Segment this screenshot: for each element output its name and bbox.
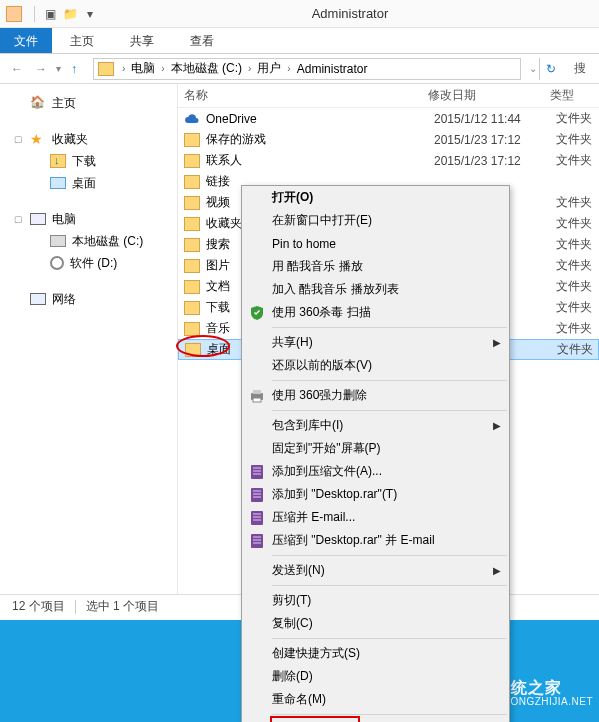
ribbon-tabs: 文件 主页 共享 查看 [0,28,599,54]
breadcrumb-seg[interactable]: 本地磁盘 (C:) [169,60,244,77]
breadcrumb[interactable]: › 电脑 › 本地磁盘 (C:) › 用户 › Administrator [93,58,521,80]
expand-icon[interactable]: ▢ [14,134,24,144]
computer-icon [30,213,46,225]
ribbon-view-tab[interactable]: 查看 [172,28,232,53]
menu-item[interactable]: Pin to home [242,232,509,255]
ribbon-share-tab[interactable]: 共享 [112,28,172,53]
search-button[interactable]: 搜 [567,58,593,80]
menu-item[interactable]: 添加到压缩文件(A)... [242,460,509,483]
file-type: 文件夹 [556,278,592,295]
nav-network[interactable]: 网络 [0,288,177,310]
breadcrumb-seg[interactable]: 电脑 [129,60,157,77]
nav-favorites[interactable]: ▢ ★ 收藏夹 [0,128,177,150]
file-type: 文件夹 [556,299,592,316]
menu-item[interactable]: 用 酷我音乐 播放 [242,255,509,278]
nav-history-dropdown[interactable]: ▾ [56,63,61,74]
download-folder-icon [50,154,66,168]
menu-label: 剪切(T) [268,592,493,609]
column-name-header[interactable]: 名称 [178,87,428,104]
menu-item[interactable]: 重命名(M) [242,688,509,711]
new-folder-qat-icon[interactable]: 📁 [61,5,79,23]
menu-separator [272,585,507,586]
breadcrumb-seg[interactable]: Administrator [295,62,370,76]
svg-rect-2 [253,398,261,402]
ribbon-file-tab[interactable]: 文件 [0,28,52,53]
svg-rect-10 [253,496,261,498]
menu-separator [272,380,507,381]
nav-desktop[interactable]: 桌面 [0,172,177,194]
file-type: 文件夹 [556,194,592,211]
window-icon [6,6,22,22]
menu-item[interactable]: 压缩到 "Desktop.rar" 并 E-mail [242,529,509,552]
menu-label: 打开(O) [268,189,493,206]
nav-back-button[interactable]: ← [6,58,28,80]
menu-item[interactable]: 使用 360强力删除 [242,384,509,407]
file-row[interactable]: 联系人2015/1/23 17:12文件夹 [178,150,599,171]
menu-item[interactable]: 共享(H)▶ [242,331,509,354]
menu-label: 复制(C) [268,615,493,632]
folder-icon [184,322,200,336]
menu-item[interactable]: 剪切(T) [242,589,509,612]
menu-label: 使用 360杀毒 扫描 [268,304,493,321]
file-date: 2015/1/23 17:12 [434,154,556,168]
menu-label: 加入 酷我音乐 播放列表 [268,281,493,298]
menu-item[interactable]: 还原以前的版本(V) [242,354,509,377]
file-type: 文件夹 [556,236,592,253]
menu-item[interactable]: 压缩并 E-mail... [242,506,509,529]
svg-rect-1 [253,390,261,394]
nav-computer[interactable]: ▢ 电脑 [0,208,177,230]
breadcrumb-folder-icon [98,62,114,76]
properties-qat-icon[interactable]: ▣ [41,5,59,23]
menu-item[interactable]: 添加到 "Desktop.rar"(T) [242,483,509,506]
file-name: OneDrive [206,112,434,126]
rar-icon [246,487,268,503]
file-row[interactable]: 保存的游戏2015/1/23 17:12文件夹 [178,129,599,150]
qat-dropdown-icon[interactable]: ▾ [81,5,99,23]
nav-dvd-d[interactable]: 软件 (D:) [0,252,177,274]
svg-rect-17 [253,539,261,541]
menu-item[interactable]: 属性(R) [242,718,509,722]
menu-label: 发送到(N) [268,562,493,579]
network-icon [30,293,46,305]
nav-local-c[interactable]: 本地磁盘 (C:) [0,230,177,252]
file-date: 2015/1/23 17:12 [434,133,556,147]
printer-icon [246,388,268,404]
menu-item[interactable]: 包含到库中(I)▶ [242,414,509,437]
rar-icon [246,464,268,480]
menu-label: Pin to home [268,237,493,251]
menu-item[interactable]: 加入 酷我音乐 播放列表 [242,278,509,301]
breadcrumb-seg[interactable]: 用户 [255,60,283,77]
file-type: 文件夹 [556,320,592,337]
column-type-header[interactable]: 类型 [550,87,599,104]
menu-item[interactable]: 打开(O) [242,186,509,209]
breadcrumb-dropdown-icon[interactable]: ⌄ [529,63,537,74]
nav-up-button[interactable]: ↑ [63,58,85,80]
nav-downloads[interactable]: 下载 [0,150,177,172]
svg-rect-8 [253,490,261,492]
menu-item[interactable]: 使用 360杀毒 扫描 [242,301,509,324]
folder-icon [184,259,200,273]
file-type: 文件夹 [556,110,592,127]
svg-rect-14 [253,519,261,521]
svg-rect-9 [253,493,261,495]
file-row[interactable]: OneDrive2015/1/12 11:44文件夹 [178,108,599,129]
shield-icon [246,305,268,321]
column-date-header[interactable]: 修改日期 [428,87,550,104]
menu-label: 在新窗口中打开(E) [268,212,493,229]
status-selected-count: 选中 1 个项目 [86,598,159,615]
nav-home[interactable]: 🏠 主页 [0,92,177,114]
menu-item[interactable]: 删除(D) [242,665,509,688]
refresh-button[interactable]: ↻ [539,58,561,80]
menu-separator [272,555,507,556]
menu-label: 压缩并 E-mail... [268,509,493,526]
file-type: 文件夹 [556,257,592,274]
menu-item[interactable]: 发送到(N)▶ [242,559,509,582]
menu-item[interactable]: 固定到"开始"屏幕(P) [242,437,509,460]
expand-icon[interactable]: ▢ [14,214,24,224]
menu-item[interactable]: 在新窗口中打开(E) [242,209,509,232]
folder-icon [184,133,200,147]
folder-icon [184,280,200,294]
menu-item[interactable]: 创建快捷方式(S) [242,642,509,665]
menu-item[interactable]: 复制(C) [242,612,509,635]
ribbon-home-tab[interactable]: 主页 [52,28,112,53]
